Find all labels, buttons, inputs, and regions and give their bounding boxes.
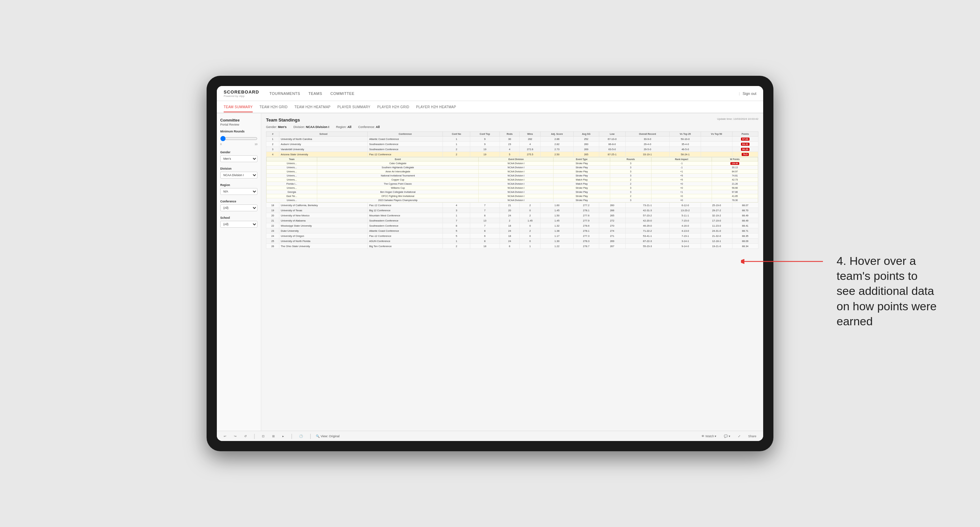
cell-conf-no: 2: [443, 152, 470, 157]
inner-cell-event: Cabo Collegiate: [317, 162, 479, 165]
inner-cell-event: Ben Hogan Collegiate Invitational: [317, 190, 479, 194]
cell-overall: 71-22-2: [625, 229, 670, 233]
share-button[interactable]: Share: [746, 434, 758, 439]
tab-team-h2h-grid[interactable]: TEAM H2H GRID: [259, 102, 288, 112]
comment-button[interactable]: 💬 ▾: [722, 434, 732, 439]
cell-points[interactable]: 88.07: [732, 203, 758, 208]
inner-cell-rank: +0: [652, 186, 712, 190]
table-row: 23 Duke University Atlantic Coast Confer…: [266, 229, 758, 233]
refresh-button[interactable]: ↺: [242, 434, 249, 439]
cell-rnds: 24: [500, 213, 519, 218]
clock-button[interactable]: 🕐: [297, 434, 305, 439]
range-min: 0: [220, 143, 222, 146]
cell-vs25: 35-4-0: [670, 142, 701, 147]
cell-points[interactable]: 88.71: [732, 229, 758, 233]
cell-conf-top: 7: [470, 208, 500, 213]
play-button[interactable]: ▸: [280, 434, 286, 439]
cell-points[interactable]: 88.49: [732, 213, 758, 218]
cell-conf-no: 4: [443, 203, 470, 208]
division-select[interactable]: NCAA Division I NCAA Division II All: [220, 172, 258, 178]
cell-conf-no: 1: [443, 238, 470, 244]
conference-select[interactable]: (All) Atlantic Coast Conference Big Ten …: [220, 205, 258, 211]
cell-rank: 25: [266, 238, 279, 244]
division-filter: Division: NCAA Division I: [293, 125, 329, 129]
cell-conference: Southeastern Conference: [368, 218, 443, 223]
bottom-toolbar: ↩ ↪ ↺ | ⊡ ⊞ ▸ | 🕐 | 🔍 View: Original 👁 W…: [217, 431, 763, 441]
undo-button[interactable]: ↩: [222, 434, 228, 439]
table-button[interactable]: ⊞: [270, 434, 277, 439]
watch-button[interactable]: 👁 Watch ▾: [699, 434, 718, 439]
nav-teams[interactable]: TEAMS: [308, 87, 322, 100]
inner-table-row: Univers... Southern Highlands Collegiate…: [267, 165, 758, 170]
region-select[interactable]: N/A All East West: [220, 188, 258, 195]
cell-points[interactable]: 88.49: [732, 218, 758, 223]
cell-avg-sg: 277.9: [573, 218, 599, 223]
cell-conf-top: 7: [470, 203, 500, 208]
cell-wins: 0: [520, 233, 541, 238]
main-nav: TOURNAMENTS TEAMS COMMITTEE: [269, 87, 739, 100]
school-select[interactable]: (All): [220, 221, 258, 228]
cell-low: 269: [599, 238, 625, 244]
inner-cell-div: NCAA Division I: [479, 170, 554, 174]
tab-player-h2h-heatmap[interactable]: PLAYER H2H HEATMAP: [416, 102, 456, 112]
cell-conf-no: 8: [443, 223, 470, 229]
cell-avg-sg: 278.3: [573, 238, 599, 244]
gender-filter: Gender: Men's: [266, 125, 286, 129]
cell-rnds: 20: [500, 208, 519, 213]
nav-tournaments[interactable]: TOURNAMENTS: [269, 87, 300, 100]
conference-filter: Conference: All: [358, 125, 380, 129]
cell-wins: 2: [520, 229, 541, 233]
cell-rank: 23: [266, 229, 279, 233]
cell-overall: 42-20-0: [625, 218, 670, 223]
cell-wins: 275.5: [520, 152, 541, 157]
cell-low: 267: [599, 244, 625, 249]
cell-points[interactable]: 88.35: [732, 233, 758, 238]
inner-cell-rounds: 2: [610, 178, 652, 182]
sidebar-section-conference: Conference (All) Atlantic Coast Conferen…: [220, 200, 258, 211]
tab-player-h2h-grid[interactable]: PLAYER H2H GRID: [377, 102, 409, 112]
cell-avg-sg: 278.6: [573, 223, 599, 229]
cell-school: University of Texas: [279, 208, 368, 213]
inner-cell-rounds: 2: [610, 194, 652, 198]
sidebar-label-rounds: Minimum Rounds: [220, 130, 258, 133]
inner-cell-wpts: 41.85: [712, 194, 758, 198]
cell-conf-no: 1: [443, 213, 470, 218]
gender-select[interactable]: Men's Women's All: [220, 155, 258, 162]
cell-points[interactable]: 79.5: [732, 152, 758, 157]
cell-low: 270: [599, 223, 625, 229]
cell-rank: 18: [266, 203, 279, 208]
cell-conf-top: 6: [470, 233, 500, 238]
cell-adj-score: 2.86: [541, 137, 573, 142]
tab-player-summary[interactable]: PLAYER SUMMARY: [337, 102, 371, 112]
inner-cell-rank: +1: [652, 190, 712, 194]
cell-wins: 4: [520, 142, 541, 147]
cell-adj-score: 2.50: [541, 152, 573, 157]
inner-table-row: Univers... National Invitational Tournam…: [267, 174, 758, 178]
cell-vs50: 19-21-0: [701, 244, 732, 249]
cell-overall: 73-21-1: [625, 203, 670, 208]
cell-wins: 2: [520, 203, 541, 208]
cell-points[interactable]: 90.20: [732, 147, 758, 152]
expand-button[interactable]: ⤢: [736, 434, 743, 439]
cell-points[interactable]: 97.03: [732, 137, 758, 142]
cell-points[interactable]: 93.31: [732, 142, 758, 147]
tab-team-summary[interactable]: TEAM SUMMARY: [224, 102, 253, 112]
grid-button[interactable]: ⊡: [260, 434, 267, 439]
rounds-range-input[interactable]: [220, 136, 258, 141]
cell-adj-score: 2.82: [541, 142, 573, 147]
cell-overall: 42-31-3: [625, 208, 670, 213]
cell-overall: 33-19-1: [625, 152, 670, 157]
cell-points[interactable]: 88.41: [732, 223, 758, 229]
nav-committee[interactable]: COMMITTEE: [331, 87, 355, 100]
cell-points[interactable]: 88.34: [732, 244, 758, 249]
cell-conference: Southeastern Conference: [368, 223, 443, 229]
inner-cell-event: National Invitational Tournament: [317, 174, 479, 178]
cell-points[interactable]: 88.70: [732, 208, 758, 213]
tab-team-h2h-heatmap[interactable]: TEAM H2H HEATMAP: [294, 102, 331, 112]
cell-points[interactable]: 88.09: [732, 238, 758, 244]
logo: SCOREBOARD Powered by clipp: [224, 89, 259, 98]
sign-out-button[interactable]: Sign out: [739, 92, 756, 95]
table-row-highlighted: 4 Arizona State University Pac-12 Confer…: [266, 152, 758, 157]
panel-header: Team Standings Update time: 13/03/2024 1…: [266, 117, 758, 122]
redo-button[interactable]: ↪: [232, 434, 239, 439]
